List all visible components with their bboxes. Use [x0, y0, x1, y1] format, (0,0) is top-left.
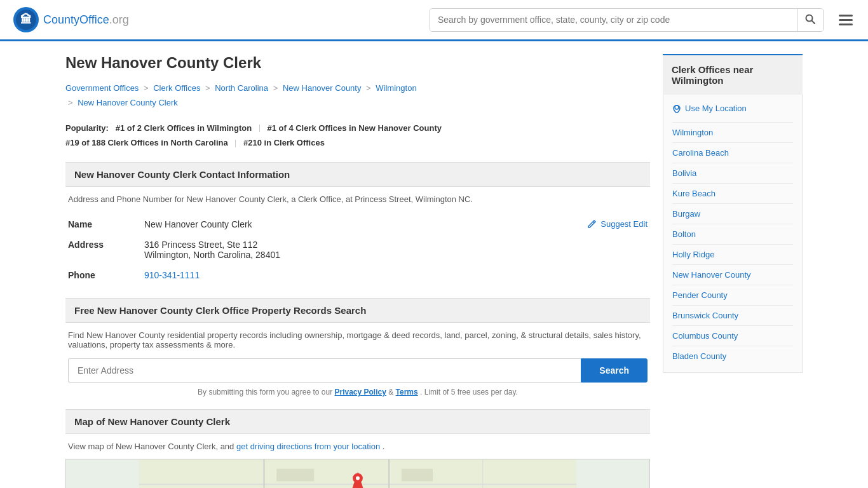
- list-item: Kure Beach: [672, 183, 793, 203]
- name-label: Name: [65, 214, 142, 234]
- main-container: New Hanover County Clerk Government Offi…: [53, 41, 815, 488]
- address-value-cell: 316 Princess Street, Ste 112 Wilmington,…: [142, 234, 650, 265]
- breadcrumb-government-offices[interactable]: Government Offices: [65, 83, 139, 93]
- name-value-cell: New Hanover County Clerk Suggest Edit: [142, 214, 650, 234]
- driving-directions-link[interactable]: get driving directions from your locatio…: [236, 442, 380, 451]
- form-disclaimer: By submitting this form you agree to our…: [65, 388, 650, 396]
- property-description: Find New Hanover County residential prop…: [65, 330, 650, 349]
- phone-label: Phone: [65, 265, 142, 285]
- map-heading-text: Map of New Hanover County Clerk: [74, 416, 230, 427]
- global-search-bar: [430, 8, 824, 32]
- sidebar-link-holly-ridge[interactable]: Holly Ridge: [672, 245, 793, 264]
- contact-section-header: New Hanover County Clerk Contact Informa…: [65, 162, 650, 187]
- terms-link[interactable]: Terms: [396, 388, 418, 396]
- table-row-phone: Phone 910-341-1111: [65, 265, 650, 285]
- contact-description: Address and Phone Number for New Hanover…: [65, 194, 650, 204]
- global-search-button[interactable]: [797, 9, 823, 31]
- map-desc-before: View map of New Hanover County Clerk, an…: [68, 442, 236, 451]
- popularity-divider2: [235, 140, 236, 147]
- list-item: Bolton: [672, 224, 793, 244]
- map-section-header: Map of New Hanover County Clerk: [65, 409, 650, 434]
- logo-text: CountyOffice.org: [43, 13, 129, 27]
- contact-section: New Hanover County Clerk Contact Informa…: [65, 162, 650, 285]
- popularity-stat4: #210 in Clerk Offices: [243, 138, 325, 147]
- breadcrumb-sep: >: [366, 83, 371, 93]
- use-my-location-label: Use My Location: [685, 104, 747, 113]
- disclaimer-text-before: By submitting this form you agree to our: [198, 388, 334, 396]
- use-my-location-button[interactable]: Use My Location: [672, 101, 747, 116]
- map-description: View map of New Hanover County Clerk, an…: [65, 442, 650, 451]
- privacy-policy-link[interactable]: Privacy Policy: [335, 388, 386, 396]
- address-line1: 316 Princess Street, Ste 112: [144, 240, 648, 250]
- sidebar-heading-line2: Wilmington: [672, 75, 724, 86]
- map-desc-after: .: [383, 442, 385, 451]
- disclaimer-text-after: . Limit of 5 free uses per day.: [420, 388, 518, 396]
- popularity-stat3: #19 of 188 Clerk Offices in North Caroli…: [65, 138, 228, 147]
- list-item: Burgaw: [672, 203, 793, 224]
- site-logo[interactable]: 🏛 CountyOffice.org: [13, 6, 129, 33]
- hamburger-menu-button[interactable]: [836, 12, 855, 28]
- svg-rect-17: [402, 468, 433, 481]
- list-item: Holly Ridge: [672, 244, 793, 264]
- list-item: Pender County: [672, 285, 793, 305]
- breadcrumb-wilmington[interactable]: Wilmington: [376, 83, 416, 93]
- popularity-divider: [259, 125, 260, 132]
- sidebar-link-new-hanover-county[interactable]: New Hanover County: [672, 265, 793, 285]
- sidebar-header: Clerk Offices near Wilmington: [663, 54, 803, 95]
- breadcrumb-sep: >: [205, 83, 210, 93]
- address-search-button[interactable]: Search: [581, 358, 648, 383]
- breadcrumb: Government Offices > Clerk Offices > Nor…: [65, 81, 650, 111]
- site-header: 🏛 CountyOffice.org: [0, 0, 868, 41]
- hamburger-line: [839, 15, 853, 17]
- property-section-header: Free New Hanover County Clerk Office Pro…: [65, 298, 650, 323]
- breadcrumb-clerk-offices[interactable]: Clerk Offices: [153, 83, 200, 93]
- hamburger-line: [839, 19, 853, 21]
- map-placeholder: [65, 459, 650, 488]
- sidebar-link-carolina-beach[interactable]: Carolina Beach: [672, 143, 793, 163]
- svg-rect-16: [276, 468, 314, 481]
- suggest-edit-link[interactable]: Suggest Edit: [587, 219, 648, 229]
- breadcrumb-current[interactable]: New Hanover County Clerk: [78, 98, 178, 107]
- property-search-form: Search: [65, 358, 650, 383]
- sidebar-link-burgaw[interactable]: Burgaw: [672, 204, 793, 224]
- name-value: New Hanover County Clerk: [144, 219, 252, 229]
- address-search-input[interactable]: [68, 358, 581, 383]
- hamburger-line: [839, 24, 853, 25]
- popularity-label: Popularity:: [65, 123, 109, 133]
- page-title: New Hanover County Clerk: [65, 54, 650, 72]
- sidebar-link-pender-county[interactable]: Pender County: [672, 285, 793, 305]
- disclaimer-and: &: [388, 388, 395, 396]
- map-section: Map of New Hanover County Clerk View map…: [65, 409, 650, 488]
- sidebar-links-list: Wilmington Carolina Beach Bolivia Kure B…: [672, 122, 793, 366]
- search-icon: [805, 14, 815, 24]
- sidebar-link-kure-beach[interactable]: Kure Beach: [672, 184, 793, 203]
- popularity-stat1: #1 of 2 Clerk Offices in Wilmington: [116, 123, 252, 133]
- sidebar-link-bolton[interactable]: Bolton: [672, 224, 793, 244]
- main-content: New Hanover County Clerk Government Offi…: [65, 54, 650, 488]
- phone-value-cell: 910-341-1111: [142, 265, 650, 285]
- breadcrumb-north-carolina[interactable]: North Carolina: [215, 83, 268, 93]
- svg-point-15: [356, 476, 360, 480]
- sidebar-heading-line1: Clerk Offices near: [672, 64, 753, 75]
- breadcrumb-new-hanover-county[interactable]: New Hanover County: [283, 83, 362, 93]
- breadcrumb-sep: >: [144, 83, 149, 93]
- sidebar-link-columbus-county[interactable]: Columbus County: [672, 326, 793, 346]
- logo-icon: 🏛: [13, 6, 39, 33]
- sidebar-link-brunswick-county[interactable]: Brunswick County: [672, 306, 793, 325]
- svg-text:🏛: 🏛: [20, 13, 32, 26]
- sidebar-body: Use My Location Wilmington Carolina Beac…: [663, 95, 803, 373]
- popularity-stat2: #1 of 4 Clerk Offices in New Hanover Cou…: [267, 123, 442, 133]
- global-search-input[interactable]: [430, 9, 797, 31]
- list-item: Carolina Beach: [672, 142, 793, 163]
- phone-link[interactable]: 910-341-1111: [144, 270, 200, 280]
- sidebar-link-wilmington[interactable]: Wilmington: [672, 123, 793, 142]
- property-heading-text: Free New Hanover County Clerk Office Pro…: [74, 305, 366, 316]
- sidebar-link-bolivia[interactable]: Bolivia: [672, 163, 793, 183]
- map-svg: [66, 459, 649, 488]
- suggest-edit-icon: [587, 219, 597, 229]
- list-item: Bladen County: [672, 346, 793, 366]
- list-item: Columbus County: [672, 325, 793, 346]
- breadcrumb-arrow: >: [68, 98, 73, 107]
- property-records-section: Free New Hanover County Clerk Office Pro…: [65, 298, 650, 396]
- sidebar-link-bladen-county[interactable]: Bladen County: [672, 346, 793, 366]
